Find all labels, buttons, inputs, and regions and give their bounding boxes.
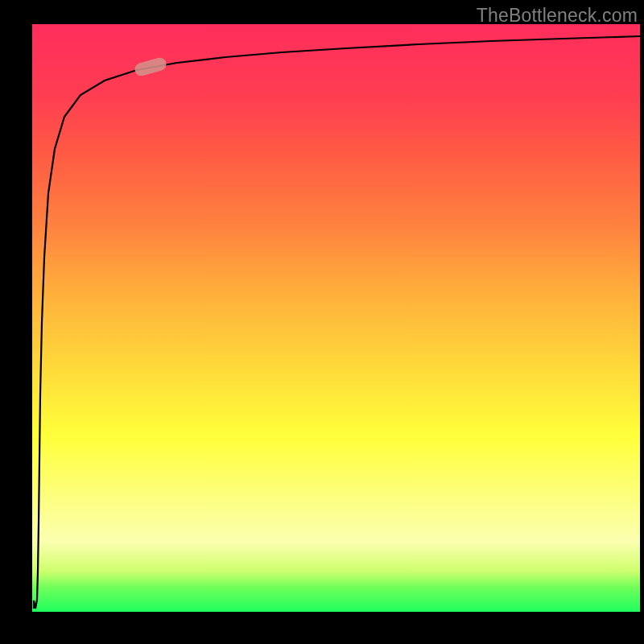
chart-frame: TheBottleneck.com: [0, 0, 644, 644]
watermark-label: TheBottleneck.com: [477, 5, 638, 27]
plot-gradient-area: [32, 24, 640, 612]
